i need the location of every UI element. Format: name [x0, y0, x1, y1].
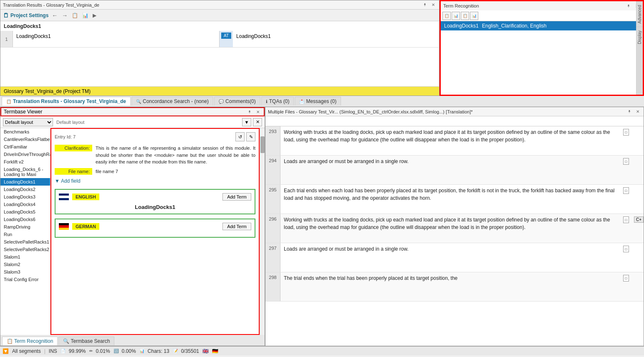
german-lang-label: GERMAN: [72, 223, 99, 230]
bottom-tab-bar: 📋 Term Recognition 🔍 Termbase Search: [0, 335, 265, 346]
pin-button[interactable]: 🖈: [422, 2, 428, 8]
layout-select[interactable]: Default layout: [3, 118, 53, 126]
scrollbar[interactable]: [260, 128, 265, 335]
toolbar-icon2[interactable]: 📊: [81, 13, 89, 18]
forward-button[interactable]: →: [61, 12, 68, 19]
row-text-297[interactable]: Loads are arranged or must be arranged i…: [280, 243, 621, 272]
row-num-293: 293: [265, 126, 280, 155]
status-bar: 🔽 All segments | INS 📄 99.99% ✏ 0.01% 🔢 …: [0, 346, 644, 355]
entry-rampdriving[interactable]: RampDriving: [0, 223, 50, 231]
tab-comments[interactable]: 💬 Comments(0): [214, 97, 260, 106]
row-text-295[interactable]: Each trial ends when each load has been …: [280, 185, 621, 214]
add-term-english-button[interactable]: Add Term: [222, 193, 251, 201]
tb-close-button[interactable]: ✕: [255, 108, 261, 115]
tab-tbs-label: Termbase Search: [71, 338, 110, 344]
table-row: 297 Loads are arranged or must be arrang…: [265, 243, 644, 272]
translation-table: 293 Working with trucks at the loading d…: [265, 126, 644, 346]
close-button[interactable]: ✕: [430, 2, 437, 8]
tr-info: English_Clarification, English: [482, 23, 547, 29]
accuracy-label: 99.99%: [69, 348, 86, 354]
row-text-298[interactable]: The trial ends when the trial has been p…: [280, 272, 621, 301]
at-badge: AT: [221, 33, 231, 39]
layout-label: Default layout: [56, 120, 84, 125]
tab-icon-com: 💬: [219, 99, 224, 104]
tr-icon-btn2[interactable]: 📊: [452, 12, 460, 20]
entry-cantilever[interactable]: CantileverRacksFlatbedTruck: [0, 136, 50, 143]
refresh-icon-btn[interactable]: ↺: [235, 132, 245, 141]
row-text-294[interactable]: Loads are arranged or must be arranged i…: [280, 156, 621, 184]
english-section: ENGLISH Add Term LoadingDocks1: [55, 189, 255, 214]
tab-tr-label: Term Recognition: [14, 338, 53, 344]
entry-loadingdocks1[interactable]: LoadingDocks1: [0, 178, 50, 186]
table-row: 294 Loads are arranged or must be arrang…: [265, 156, 644, 185]
entry-trialconfig[interactable]: Trial Config Error: [0, 276, 50, 283]
entry-run[interactable]: Run: [0, 231, 50, 238]
tab-icon-msg: 📩: [299, 99, 304, 104]
entry-loading6[interactable]: Loading_Docks_6 - Loading to Maxi: [0, 166, 50, 178]
tab-translation-results[interactable]: 📋 Translation Results - Glossary Test_Vi…: [2, 97, 131, 106]
entry-list: Benchmarks CantileverRacksFlatbedTruck C…: [0, 128, 51, 335]
scrollbar-thumb[interactable]: [260, 136, 265, 153]
entry-selective2[interactable]: SelectivePalletRacks2: [0, 246, 50, 253]
tab-icon-tr: 📋: [6, 99, 11, 104]
tab-term-recognition[interactable]: 📋 Term Recognition: [2, 337, 58, 345]
add-field-button[interactable]: ▼ Add field: [55, 177, 81, 185]
editor-pin-button[interactable]: 🖈: [626, 108, 633, 115]
add-term-german-button[interactable]: Add Term: [222, 223, 251, 230]
toolbar-icon3[interactable]: ▶: [92, 13, 97, 18]
tr-result-row[interactable]: LoadingDocks1 English_Clarification, Eng…: [441, 21, 643, 30]
entry-slalom3[interactable]: Slalom3: [0, 268, 50, 276]
toolbar-icon1[interactable]: 📋: [71, 13, 79, 18]
entry-benchmarks[interactable]: Benchmarks: [0, 128, 50, 136]
count-icon: 📝: [173, 349, 178, 353]
entry-slalom2[interactable]: Slalom2: [0, 261, 50, 268]
tb-pin-button[interactable]: 🖈: [246, 108, 253, 115]
pencil-icon: ✏: [89, 349, 93, 353]
vtab-display[interactable]: Display: [636, 27, 643, 48]
tab-label-com: Comments(0): [225, 98, 256, 104]
edit-icon-btn[interactable]: ✎: [246, 132, 255, 141]
row-num-294: 294: [265, 156, 280, 184]
table-row: 296 Working with trucks at the loading d…: [265, 214, 644, 243]
entry-ctrlfamiliar[interactable]: CtrlFamiliar: [0, 143, 50, 151]
project-settings-icon: 🗒 Project Settings: [3, 12, 48, 19]
tab-tqas[interactable]: ℹ TQAs (0): [261, 97, 294, 106]
table-row: 295 Each trial ends when each load has b…: [265, 185, 644, 214]
entry-forklift[interactable]: Forklift v2: [0, 158, 50, 166]
editor-close-button[interactable]: ✕: [634, 108, 641, 115]
entry-slalom1[interactable]: Slalom1: [0, 253, 50, 261]
back-button[interactable]: ←: [51, 12, 58, 19]
tab-termbase-search[interactable]: 🔍 Termbase Search: [58, 337, 114, 345]
tr-icon-btn1[interactable]: 📋: [442, 12, 451, 20]
tab-concordance-search[interactable]: 🔍 Concordance Search - (none): [131, 97, 213, 106]
row-text-296[interactable]: Working with trucks at the loading docks…: [280, 214, 621, 243]
row-text-293[interactable]: Working with trucks at the loading docks…: [280, 126, 621, 155]
add-field-label: Add field: [61, 178, 81, 184]
tb-nav-down[interactable]: ▼: [242, 118, 251, 126]
entry-loadingdocks2[interactable]: LoadingDocks2: [0, 186, 50, 193]
entry-loadingdocks5[interactable]: LoadingDocks5: [0, 208, 50, 216]
tr-icon-btn4[interactable]: 📊: [470, 12, 478, 20]
tb-close-x[interactable]: ✕: [253, 118, 262, 126]
project-settings-label[interactable]: Project Settings: [10, 13, 48, 18]
entry-loadingdocks4[interactable]: LoadingDocks4: [0, 201, 50, 208]
add-field-icon: ▼: [55, 178, 60, 184]
entry-loadingdocks3[interactable]: LoadingDocks3: [0, 193, 50, 201]
entry-selective1[interactable]: SelectivePalletRacks1: [0, 238, 50, 246]
table-row: 298 The trial ends when the trial has be…: [265, 272, 644, 302]
row-num-296: 296: [265, 214, 280, 243]
entry-drivein[interactable]: DriveInDriveThroughRacks: [0, 151, 50, 158]
tab-label-tqa: TQAs (0): [269, 98, 290, 104]
filename-value: file name 7: [96, 168, 255, 175]
doc-icon-293: □: [623, 129, 629, 136]
tr-pin-button[interactable]: 🖈: [625, 3, 632, 9]
filter-icon: 🔽: [3, 348, 9, 354]
termbase-title: Termbase Viewer: [4, 109, 42, 115]
row-right-296: C+: [631, 214, 644, 243]
entry-loadingdocks6[interactable]: LoadingDocks6: [0, 216, 50, 223]
tab-messages[interactable]: 📩 Messages (0): [295, 97, 341, 106]
tr-icon-btn3[interactable]: 📋: [461, 12, 469, 20]
vtab-advanced[interactable]: Advanced: [636, 1, 643, 27]
filename-label: File name:: [55, 168, 92, 175]
segment-source: LoadingDocks1: [13, 31, 220, 47]
